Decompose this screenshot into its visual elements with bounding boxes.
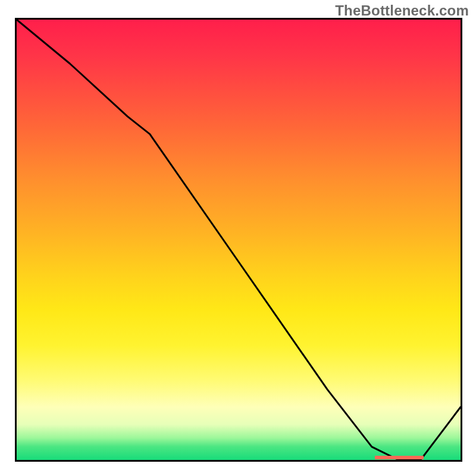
chart-container: TheBottleneck.com <box>0 0 476 476</box>
optimal-region-marker <box>375 456 424 459</box>
line-curve <box>17 20 461 460</box>
watermark-text: TheBottleneck.com <box>335 2 469 19</box>
plot-area <box>15 18 462 462</box>
